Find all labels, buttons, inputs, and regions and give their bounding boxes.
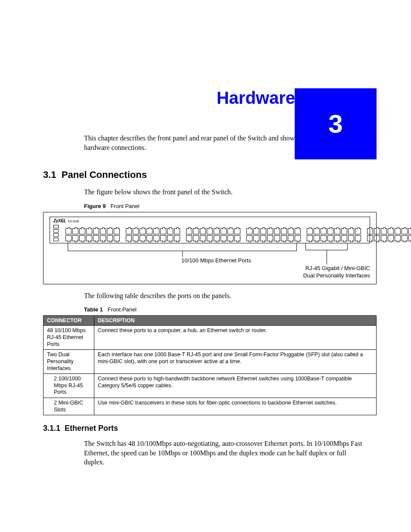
ethernet-port (374, 228, 380, 234)
subsection-title: Ethernet Ports (65, 424, 118, 432)
table-caption: Table 1 Front Panel (84, 306, 377, 313)
ethernet-port (214, 235, 220, 241)
ethernet-port (234, 235, 240, 241)
table-row: 48 10/100 Mbps RJ-45 Ethernet PortsConne… (44, 326, 377, 350)
brand-text: ZyXEL (53, 218, 66, 223)
port-stack (126, 228, 132, 241)
port-stack (374, 228, 380, 241)
chapter-number: 3 (328, 111, 342, 137)
ports-table: CONNECTOR DESCRIPTION 48 10/100 Mbps RJ-… (43, 315, 377, 415)
ethernet-port (114, 228, 120, 234)
ethernet-port (341, 228, 347, 234)
ethernet-port (153, 235, 159, 241)
port-stack (395, 228, 401, 241)
figure-caption: Figure 9 Front Panel (84, 203, 377, 209)
section-title: Panel Connections (62, 169, 147, 180)
th-description: DESCRIPTION (94, 316, 377, 326)
port-stack (193, 228, 199, 241)
port-group (126, 223, 180, 241)
port-group (307, 223, 361, 241)
ethernet-port (133, 235, 139, 241)
ethernet-port (314, 228, 320, 234)
port-group (65, 223, 120, 241)
ethernet-port (207, 228, 213, 234)
ethernet-port (167, 235, 173, 241)
ethernet-port (186, 235, 192, 241)
ethernet-port (227, 235, 234, 241)
cell-connector: 2 Mini-GBIC Slots (44, 398, 94, 415)
ethernet-port (260, 228, 266, 234)
section-heading-3-1: 3.1 Panel Connections (43, 169, 377, 180)
cell-connector: Two Dual Personality Interfaces (44, 350, 94, 374)
ethernet-port (395, 228, 401, 234)
ethernet-bracket (68, 243, 297, 251)
ethernet-port (214, 228, 220, 234)
port-stack (100, 228, 106, 241)
port-stack (65, 228, 72, 241)
ethernet-port (348, 228, 354, 234)
ethernet-port (133, 228, 139, 234)
ethernet-port (114, 235, 120, 241)
th-connector: CONNECTOR (44, 316, 94, 326)
port-stack (334, 228, 340, 241)
ethernet-port (334, 235, 340, 241)
port-stack (93, 228, 99, 241)
ethernet-port (79, 235, 85, 241)
ethernet-port (321, 235, 327, 241)
port-stack (186, 228, 192, 241)
ethernet-port (327, 228, 333, 234)
table-header-row: CONNECTOR DESCRIPTION (44, 316, 377, 326)
ethernet-port (267, 228, 273, 234)
table-row: 2 100/1000 Mbps RJ-45 PortsConnect these… (44, 374, 377, 398)
ethernet-port (140, 235, 146, 241)
port-stack (140, 228, 146, 241)
status-led (53, 229, 59, 233)
port-stack (295, 228, 301, 241)
subsection-number: 3.1.1 (43, 424, 60, 432)
switch-front-panel: ZyXELES-3148 (50, 217, 370, 243)
ethernet-port (65, 235, 72, 241)
ethernet-port (221, 235, 227, 241)
status-led (53, 238, 59, 241)
port-stack (153, 228, 159, 241)
ethernet-port (260, 235, 266, 241)
ethernet-port (246, 235, 252, 241)
table-title: Front Panel (108, 306, 137, 313)
switch-brand: ZyXELES-3148 (53, 218, 79, 223)
port-stack (307, 228, 313, 241)
ethernet-port (146, 235, 153, 241)
port-stack (114, 228, 120, 241)
port-stack (281, 228, 287, 241)
ethernet-port (93, 235, 99, 241)
ethernet-port (100, 228, 106, 234)
ethernet-port (334, 228, 340, 234)
port-group (186, 223, 240, 241)
port-stack (146, 228, 153, 241)
ethernet-port (307, 228, 313, 234)
ethernet-port (246, 228, 252, 234)
port-stack (260, 228, 266, 241)
port-stack (288, 228, 294, 241)
port-stack (200, 228, 206, 241)
subsection-body: The Switch has 48 10/100Mbps auto-negoti… (84, 439, 368, 467)
section-lead: The figure below shows the front panel o… (84, 187, 368, 197)
table-row: Two Dual Personality InterfacesEach inte… (44, 350, 377, 374)
ethernet-port (348, 235, 354, 241)
ethernet-port (100, 235, 106, 241)
ethernet-port (307, 235, 313, 241)
cell-connector: 2 100/1000 Mbps RJ-45 Ports (44, 374, 94, 398)
gbic-label-line2: Dual Personality Interfaces (267, 272, 370, 280)
cell-description: Connect these ports to a computer, a hub… (94, 326, 377, 350)
port-stack (133, 228, 139, 241)
figure-box: ZyXELES-3148 10/100 Mbps Ethernet Ports (43, 212, 377, 284)
ethernet-port (207, 235, 213, 241)
port-stack (160, 228, 166, 241)
ethernet-port (79, 228, 85, 234)
port-stack (355, 228, 361, 241)
ethernet-port (355, 235, 361, 241)
cell-connector: 48 10/100 Mbps RJ-45 Ethernet Ports (44, 326, 94, 350)
ethernet-port (193, 235, 199, 241)
port-stack (381, 228, 387, 241)
port-stack (167, 228, 173, 241)
port-stack (234, 228, 240, 241)
